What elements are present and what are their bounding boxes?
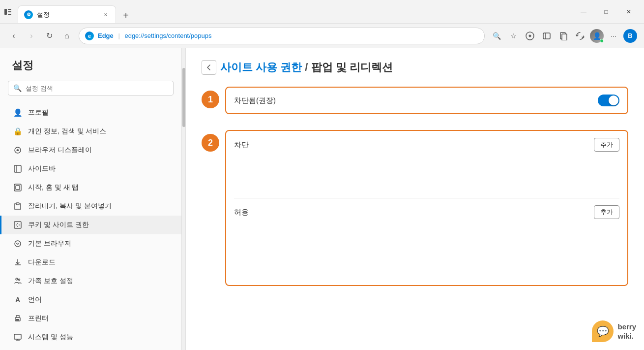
svg-point-22 xyxy=(16,278,18,280)
svg-rect-8 xyxy=(562,34,567,40)
block-add-button[interactable]: 추가 xyxy=(594,138,619,152)
sidebar-item-label: 개인 정보, 검색 및 서비스 xyxy=(28,127,106,136)
step1-wrapper: 1 차단됨(권장) xyxy=(202,87,628,122)
tab-bar-left xyxy=(4,8,12,16)
step1-card-container: 차단됨(권장) xyxy=(225,87,628,122)
startup-nav-icon xyxy=(13,183,22,192)
svg-rect-0 xyxy=(4,9,7,15)
sidebar-item-downloads[interactable]: 다운로드 xyxy=(0,253,181,272)
sidebar-item-default-browser[interactable]: 기본 브라우저 xyxy=(0,234,181,253)
breadcrumb-text: 사이트 사용 권한 / 팝업 및 리디렉션 xyxy=(220,60,393,75)
sidebar-item-label: 다운로드 xyxy=(28,258,56,267)
address-sep: | xyxy=(118,32,121,39)
sidebar-item-startup[interactable]: 시작, 홈 및 새 탭 xyxy=(0,178,181,197)
new-tab-button[interactable]: + xyxy=(118,7,134,23)
sidebar-item-privacy[interactable]: 🔒 개인 정보, 검색 및 서비스 xyxy=(0,122,181,141)
sidebar-item-label: 언어 xyxy=(28,295,42,304)
sidebar-item-clipboard[interactable]: 잘라내기, 복사 및 붙여넣기 xyxy=(0,197,181,216)
search-icon-btn[interactable]: 🔍 xyxy=(489,28,504,44)
collections-btn[interactable] xyxy=(556,28,571,44)
block-recommended-label: 차단됨(권장) xyxy=(234,96,598,105)
language-nav-icon: A xyxy=(13,295,22,304)
search-icon: 🔍 xyxy=(13,84,22,92)
more-options-button[interactable]: ··· xyxy=(606,28,621,44)
back-button[interactable]: ‹ xyxy=(6,28,22,44)
profile-nav-icon: 👤 xyxy=(13,108,22,117)
home-button[interactable]: ⌂ xyxy=(59,28,75,44)
settings-sidebar: 설정 🔍 👤 프로필 🔒 개인 정보, 검색 및 서비스 브라우저 디스플레이 xyxy=(0,48,182,350)
sidebar-item-label: 잘라내기, 복사 및 붙여넣기 xyxy=(28,202,112,211)
window-controls: — □ ✕ xyxy=(572,4,640,20)
step2-card-container: 차단 추가 허용 추가 xyxy=(225,130,628,294)
svg-rect-2 xyxy=(8,11,11,12)
default-browser-nav-icon xyxy=(13,239,22,248)
refresh-button[interactable]: ↻ xyxy=(41,28,57,44)
cookies-nav-icon xyxy=(13,221,22,229)
block-recommended-card: 차단됨(권장) xyxy=(225,87,628,114)
block-section-label: 차단 xyxy=(234,140,594,150)
sidebar-item-sidebar[interactable]: 사이드바 xyxy=(0,159,181,178)
svg-point-18 xyxy=(19,224,20,225)
step2-wrapper: 2 차단 추가 허용 추가 xyxy=(202,130,628,294)
bing-button[interactable]: B xyxy=(622,28,638,44)
search-box[interactable]: 🔍 xyxy=(8,81,174,95)
block-empty-area xyxy=(226,159,627,198)
profile-status-dot xyxy=(600,39,604,43)
sidebar-item-label: 프린터 xyxy=(28,314,49,323)
sidebar-item-printer[interactable]: 프린터 xyxy=(0,309,181,328)
sidebar-title: 설정 xyxy=(0,58,181,81)
browser-essentials-btn[interactable] xyxy=(522,28,538,44)
sidebar-icon-btn[interactable] xyxy=(539,28,555,44)
sidebar-item-cookies[interactable]: 쿠키 및 사이트 권한 xyxy=(0,216,181,234)
sidebar-item-family[interactable]: 가족 보호 설정 xyxy=(0,272,181,290)
sidebar-item-display[interactable]: 브라우저 디스플레이 xyxy=(0,141,181,159)
svg-point-19 xyxy=(17,226,18,227)
address-url: edge://settings/content/popups xyxy=(124,32,211,39)
sidebar-item-profile[interactable]: 👤 프로필 xyxy=(0,103,181,122)
edge-logo-icon: e xyxy=(85,32,94,40)
sidebar-item-language[interactable]: A 언어 xyxy=(0,290,181,309)
tab-close-button[interactable]: × xyxy=(102,11,110,19)
svg-rect-15 xyxy=(14,222,21,228)
sidebar-toggle-icon[interactable] xyxy=(4,8,12,16)
search-input[interactable] xyxy=(26,85,168,92)
svg-rect-10 xyxy=(14,165,21,172)
minimize-button[interactable]: — xyxy=(572,4,595,20)
allow-section-label: 허용 xyxy=(234,208,594,217)
allow-empty-area xyxy=(226,226,627,285)
step1-circle: 1 xyxy=(202,91,219,108)
forward-button[interactable]: › xyxy=(24,28,39,44)
block-toggle[interactable] xyxy=(598,95,619,106)
privacy-nav-icon: 🔒 xyxy=(13,127,22,136)
block-allow-card: 차단 추가 허용 추가 xyxy=(225,130,628,286)
tab-title: 설정 xyxy=(37,10,98,19)
breadcrumb-separator: / xyxy=(305,61,311,73)
scrollbar[interactable] xyxy=(182,48,186,350)
close-button[interactable]: ✕ xyxy=(617,4,640,20)
browser-sync-btn[interactable] xyxy=(572,28,588,44)
sidebar-item-system[interactable]: 시스템 및 성능 xyxy=(0,328,181,347)
nav-icons: 🔍 ☆ xyxy=(489,28,638,44)
address-bar[interactable]: e Edge | edge://settings/content/popups xyxy=(79,28,485,44)
sidebar-item-label: 사이드바 xyxy=(28,164,56,173)
breadcrumb-link[interactable]: 사이트 사용 권한 xyxy=(220,61,302,73)
scrollbar-thumb[interactable] xyxy=(182,68,185,127)
watermark: 💬 berry wiki. xyxy=(592,320,636,342)
allow-add-button[interactable]: 추가 xyxy=(594,205,619,219)
address-text: Edge | edge://settings/content/popups xyxy=(98,32,478,39)
family-nav-icon xyxy=(13,277,22,286)
svg-rect-25 xyxy=(16,319,19,320)
printer-nav-icon xyxy=(13,314,22,323)
active-tab[interactable]: ⚙ 설정 × xyxy=(18,5,116,23)
maximize-button[interactable]: □ xyxy=(595,4,617,20)
watermark-text: berry wiki. xyxy=(617,322,636,341)
profile-button[interactable]: 👤 xyxy=(589,28,605,44)
display-nav-icon xyxy=(13,146,22,155)
favorites-icon-btn[interactable]: ☆ xyxy=(505,28,521,44)
back-breadcrumb-button[interactable] xyxy=(202,60,216,75)
watermark-icon: 💬 xyxy=(592,320,614,342)
svg-rect-1 xyxy=(8,9,11,10)
sidebar-item-label: 쿠키 및 사이트 권한 xyxy=(28,221,89,229)
tab-favicon: ⚙ xyxy=(24,10,33,19)
svg-point-16 xyxy=(16,224,17,225)
